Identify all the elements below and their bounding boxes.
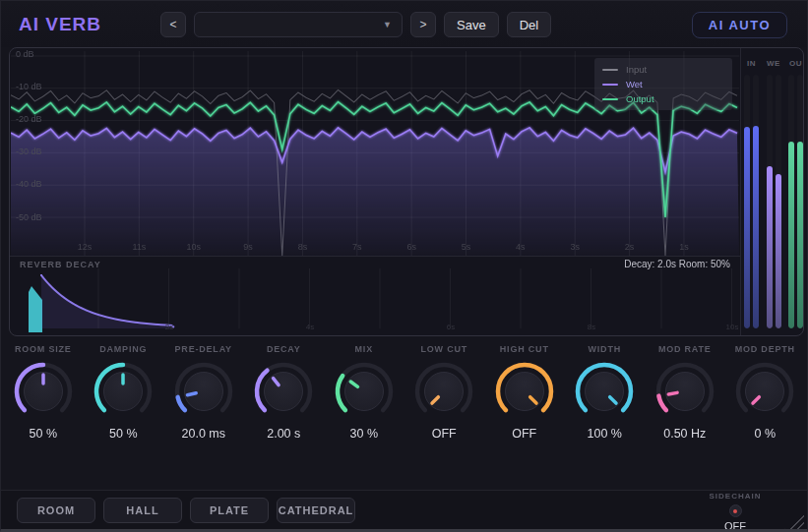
knob-label: DECAY	[267, 344, 301, 354]
legend-label: Wet	[626, 79, 643, 89]
meter-bars	[788, 75, 803, 328]
knob-value: OFF	[512, 427, 536, 441]
meter-fill	[767, 166, 773, 328]
room-type-button-cathedral[interactable]: CATHEDRAL	[277, 498, 355, 523]
knob-mod-depth: MOD DEPTH0 %	[725, 336, 806, 490]
decay-tick-label: 2s	[165, 323, 173, 331]
meter-fill	[788, 142, 794, 328]
meter-bar	[744, 75, 750, 328]
meter-fill	[797, 142, 803, 328]
knob-value: 2.00 s	[267, 427, 300, 441]
knob-dial[interactable]	[92, 360, 155, 423]
legend-swatch-icon	[602, 84, 618, 86]
legend-item[interactable]: Output	[602, 93, 724, 104]
knob-dial[interactable]	[172, 360, 235, 423]
time-label: 11s	[132, 242, 146, 252]
knob-label: MOD DEPTH	[735, 344, 795, 354]
save-button[interactable]: Save	[444, 12, 499, 37]
resize-grip-icon[interactable]	[782, 514, 804, 531]
knob-width: WIDTH100 %	[565, 336, 646, 490]
knob-dial[interactable]	[493, 360, 556, 423]
time-label: 7s	[352, 242, 362, 252]
db-label: 0 dB	[16, 49, 34, 59]
knob-value: 50 %	[30, 427, 58, 441]
display-panel: 0 dB-10 dB-20 dB-30 dB-40 dB-50 dB 12s11…	[9, 47, 804, 336]
knob-label: PRE-DELAY	[175, 344, 232, 354]
knob-mix: MIX30 %	[324, 336, 404, 490]
knob-label: MOD RATE	[658, 344, 712, 354]
knob-dial[interactable]	[412, 360, 475, 423]
ai-auto-button[interactable]: AI AUTO	[692, 12, 787, 38]
preset-dropdown[interactable]: ▼	[194, 12, 403, 37]
top-bar: AI VERB < ▼ > Save Del AI AUTO	[1, 1, 807, 47]
meter-fill	[776, 174, 781, 328]
knob-dial[interactable]	[252, 360, 315, 423]
bottom-bar: ROOMHALLPLATECATHEDRAL SIDECHAIN OFF	[1, 490, 807, 532]
knob-damping: DAMPING50 %	[84, 336, 164, 490]
meter-bar	[776, 75, 781, 328]
preset-group: < ▼ > Save Del	[160, 12, 551, 37]
knob-dial[interactable]	[12, 360, 75, 423]
meter-bar	[767, 75, 773, 328]
knob-room-size: ROOM SIZE50 %	[3, 336, 84, 490]
time-label: 10s	[186, 242, 201, 252]
knob-label: WIDTH	[589, 344, 622, 354]
room-type-button-hall[interactable]: HALL	[103, 498, 182, 523]
time-label: 4s	[516, 242, 526, 252]
knob-label: MIX	[355, 344, 373, 354]
room-type-button-plate[interactable]: PLATE	[190, 498, 269, 523]
preset-next-button[interactable]: >	[410, 12, 436, 37]
preset-prev-button[interactable]: <	[160, 12, 186, 37]
knob-high-cut: HIGH CUTOFF	[484, 336, 565, 490]
db-label: -20 dB	[16, 114, 42, 124]
knob-decay: DECAY2.00 s	[244, 336, 325, 490]
legend-swatch-icon	[602, 69, 618, 71]
chevron-down-icon: ▼	[383, 20, 392, 30]
meter-label: IN	[747, 59, 756, 68]
meter-bars	[767, 75, 781, 328]
knob-dial[interactable]	[653, 360, 716, 423]
time-label: 5s	[462, 242, 471, 252]
knob-value: 50 %	[109, 427, 138, 441]
knob-value: 0.50 Hz	[663, 427, 706, 441]
knob-dial[interactable]	[573, 360, 636, 423]
meter-bars	[744, 75, 759, 328]
knob-indicator	[668, 392, 677, 394]
knob-dial[interactable]	[733, 360, 796, 423]
meter-group: OU	[788, 59, 803, 328]
knob-indicator	[187, 393, 196, 395]
legend-label: Input	[626, 64, 647, 75]
decay-tick-label: 10s	[726, 323, 739, 331]
knob-dial[interactable]	[333, 360, 396, 423]
sidechain-value: OFF	[724, 520, 746, 532]
legend-label: Output	[626, 93, 654, 104]
time-label: 2s	[625, 242, 635, 252]
sidechain-knob[interactable]	[729, 504, 742, 517]
decay-tick-label: 8s	[588, 323, 595, 331]
del-button[interactable]: Del	[507, 12, 552, 37]
knob-value: 100 %	[588, 427, 622, 441]
knob-pre-delay: PRE-DELAY20.0 ms	[163, 336, 244, 490]
meter-bar	[788, 75, 794, 328]
knob-label: ROOM SIZE	[15, 344, 72, 354]
time-label: 12s	[78, 242, 93, 252]
legend-item[interactable]: Input	[602, 64, 724, 75]
decay-tick-label: 6s	[447, 323, 455, 331]
meter-group: IN	[744, 59, 759, 328]
decay-canvas	[11, 257, 739, 336]
legend-item[interactable]: Wet	[602, 79, 724, 89]
knob-label: DAMPING	[99, 344, 147, 354]
room-type-button-room[interactable]: ROOM	[17, 498, 95, 523]
knob-label: LOW CUT	[420, 344, 467, 354]
plugin-window: AI VERB < ▼ > Save Del AI AUTO 0 dB-10 d…	[0, 0, 808, 532]
db-label: -10 dB	[16, 82, 42, 91]
knob-value: 0 %	[754, 427, 776, 441]
db-label: -50 dB	[16, 212, 42, 222]
time-label: 9s	[243, 242, 253, 252]
room-type-buttons: ROOMHALLPLATECATHEDRAL	[17, 498, 355, 523]
divider	[740, 48, 741, 335]
legend-swatch-icon	[602, 98, 618, 100]
time-label: 3s	[570, 242, 580, 252]
app-title: AI VERB	[19, 14, 101, 35]
sidechain-control: SIDECHAIN OFF	[691, 492, 779, 532]
